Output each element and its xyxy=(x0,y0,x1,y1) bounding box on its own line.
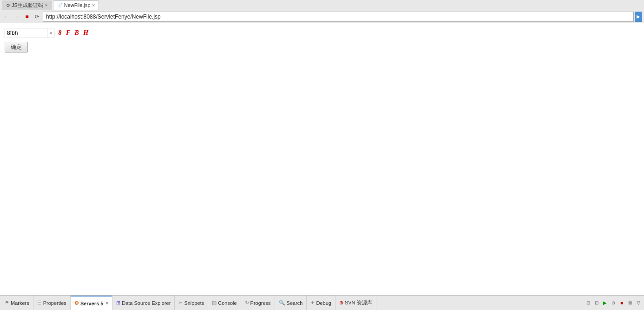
bottom-icon-1[interactable]: ⊟ xyxy=(585,299,592,307)
tab-newfile-close[interactable]: × xyxy=(92,3,95,8)
editor-tab-bar: ⚙ JS生成验证码 × 📄 NewFile.jsp × xyxy=(0,0,644,10)
stop-button[interactable]: ■ xyxy=(22,12,32,21)
console-label: Console xyxy=(218,300,237,306)
bottom-tab-snippets[interactable]: ✂ Snippets xyxy=(175,296,208,310)
tab-newfile-label: NewFile.jsp xyxy=(64,2,91,8)
bottom-tab-debug[interactable]: ✦ Debug xyxy=(307,296,335,310)
search-label: Search xyxy=(287,300,303,306)
bottom-tab-search[interactable]: 🔍 Search xyxy=(275,296,307,310)
bottom-icon-4[interactable]: ⊙ xyxy=(610,299,617,307)
confirm-button[interactable]: 确定 xyxy=(5,42,28,53)
captcha-input-wrap: × xyxy=(5,28,54,38)
bottom-icon-6[interactable]: ⊠ xyxy=(626,299,634,307)
progress-label: Progress xyxy=(250,300,271,306)
bottom-tab-servers[interactable]: ⚙ Servers 5 × xyxy=(71,296,112,310)
refresh-button[interactable]: ⟳ xyxy=(33,12,42,21)
bottom-right-icons: ⊟ ⊡ ▶ ⊙ ■ ⊠ ▽ xyxy=(585,299,644,307)
bottom-tab-datasource[interactable]: ⊞ Data Source Explorer xyxy=(112,296,175,310)
bottom-panel: ⚑ Markers ☰ Properties ⚙ Servers 5 × ⊞ D… xyxy=(0,295,644,310)
go-button[interactable]: ▶ xyxy=(635,12,642,22)
bottom-tab-properties[interactable]: ☰ Properties xyxy=(33,296,71,310)
bottom-icon-2[interactable]: ⊡ xyxy=(593,299,600,307)
snippets-icon: ✂ xyxy=(178,300,183,306)
captcha-input[interactable] xyxy=(5,28,47,38)
tab-newfile[interactable]: 📄 NewFile.jsp × xyxy=(53,0,99,10)
bottom-tab-console[interactable]: ▤ Console xyxy=(208,296,241,310)
forward-button[interactable]: → xyxy=(12,12,21,21)
servers-count: 5 xyxy=(100,301,103,306)
bottom-tab-progress[interactable]: ↻ Progress xyxy=(241,296,275,310)
back-button[interactable]: ← xyxy=(2,12,11,21)
tab-js[interactable]: ⚙ JS生成验证码 × xyxy=(2,0,52,10)
tab-js-close[interactable]: × xyxy=(45,3,48,8)
datasource-label: Data Source Explorer xyxy=(122,300,171,306)
bottom-tab-svn[interactable]: ⊕ SVN 资源库 xyxy=(335,296,376,310)
markers-icon: ⚑ xyxy=(5,300,9,306)
servers-icon: ⚙ xyxy=(74,300,79,306)
tab-js-label: JS生成验证码 xyxy=(12,2,43,9)
bottom-icon-stop[interactable]: ■ xyxy=(618,299,625,307)
captcha-row: × 8 F B H xyxy=(5,28,639,38)
bottom-tab-markers[interactable]: ⚑ Markers xyxy=(1,296,33,310)
progress-icon: ↻ xyxy=(245,300,249,306)
newfile-tab-icon: 📄 xyxy=(57,3,63,8)
datasource-icon: ⊞ xyxy=(116,300,120,306)
properties-icon: ☰ xyxy=(37,300,42,306)
debug-label: Debug xyxy=(316,300,331,306)
debug-icon: ✦ xyxy=(310,300,315,306)
url-bar[interactable] xyxy=(43,12,634,22)
snippets-label: Snippets xyxy=(184,300,204,306)
properties-label: Properties xyxy=(43,300,66,306)
bottom-icon-run[interactable]: ▶ xyxy=(601,299,609,307)
bottom-tabs: ⚑ Markers ☰ Properties ⚙ Servers 5 × ⊞ D… xyxy=(0,296,585,310)
bottom-icon-7[interactable]: ▽ xyxy=(635,299,642,307)
browser-toolbar: ← → ■ ⟳ ▶ xyxy=(0,10,644,23)
js-tab-icon: ⚙ xyxy=(6,3,10,8)
captcha-display: 8 F B H xyxy=(58,29,90,37)
svn-icon: ⊕ xyxy=(339,300,343,306)
svn-label: SVN 资源库 xyxy=(345,299,372,306)
servers-label: Servers xyxy=(80,301,99,306)
captcha-clear-button[interactable]: × xyxy=(47,28,54,38)
markers-label: Markers xyxy=(11,300,29,306)
servers-tab-close[interactable]: × xyxy=(105,301,108,306)
search-icon: 🔍 xyxy=(279,300,285,306)
page-content: × 8 F B H 确定 xyxy=(0,23,644,57)
main-content: × 8 F B H 确定 xyxy=(0,23,644,295)
console-icon: ▤ xyxy=(212,300,217,306)
